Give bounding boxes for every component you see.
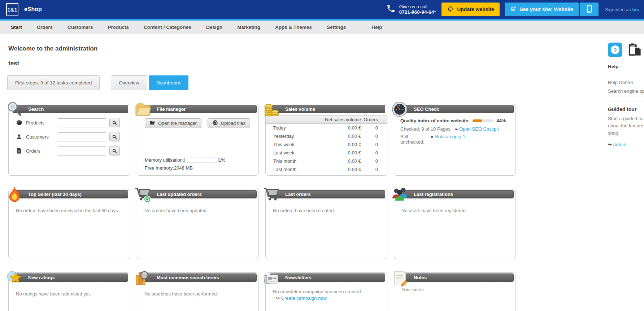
page-title-shop-name: test bbox=[8, 60, 516, 67]
widget-header: File manager bbox=[141, 105, 257, 113]
search-stats-icon bbox=[134, 270, 152, 286]
widget-last-registrations: Last registrations No users have been re… bbox=[394, 189, 516, 259]
nav-item-customers[interactable]: Customers bbox=[68, 25, 93, 30]
order-document-icon bbox=[16, 148, 23, 154]
main-nav: Start Orders Customers Products Content … bbox=[0, 21, 644, 34]
magnifier-3d-icon bbox=[6, 101, 23, 118]
tab-dashboard[interactable]: Dashboard bbox=[149, 75, 188, 90]
nav-item-help[interactable]: Help bbox=[371, 25, 382, 30]
table-row: Yesterday 0.00 € 0 bbox=[266, 132, 387, 140]
nav-item-orders[interactable]: Orders bbox=[37, 25, 53, 30]
widget-header: Notes bbox=[398, 273, 514, 282]
search-customers-label: Customers bbox=[26, 134, 58, 140]
signed-in-user-link[interactable]: tes bbox=[632, 7, 639, 12]
clipboard-copy-icon[interactable] bbox=[628, 43, 641, 59]
page-title: Welcome to the administration bbox=[8, 45, 516, 52]
empty-state-text: No searches have been performed. bbox=[144, 291, 253, 297]
nav-item-marketing[interactable]: Marketing bbox=[237, 25, 260, 30]
table-row: Today 0.00 € 0 bbox=[266, 124, 387, 132]
empty-state-text: No users have been registered. bbox=[401, 208, 510, 213]
widget-last-orders: Last orders No orders have been created. bbox=[265, 189, 387, 259]
help-title: Help bbox=[608, 64, 644, 69]
external-link-icon bbox=[510, 6, 516, 13]
nav-item-start[interactable]: Start bbox=[11, 25, 22, 30]
widget-header: Top Seller (last 30 days) bbox=[13, 190, 128, 198]
search-products-button[interactable] bbox=[109, 118, 120, 127]
sales-volume-table: Net sales volume Orders Today 0.00 € 0 Y… bbox=[266, 115, 387, 174]
open-file-manager-button[interactable]: Open file manager bbox=[145, 118, 201, 128]
newsletter-icon bbox=[263, 270, 280, 286]
star-icon bbox=[6, 270, 23, 286]
customer-person-icon bbox=[16, 133, 23, 140]
upload-files-button[interactable]: Upload files bbox=[208, 118, 250, 128]
widget-header: New ratings bbox=[13, 273, 128, 282]
empty-state-text: No ratings have been submitted yet. bbox=[16, 291, 124, 297]
folder-3d-icon bbox=[134, 101, 152, 118]
search-orders-button[interactable] bbox=[109, 146, 120, 156]
dashboard-grid: Search Products Customers bbox=[8, 104, 516, 311]
subcategory-link[interactable]: Subcategory 1 bbox=[431, 134, 465, 145]
app-name: eShop bbox=[24, 6, 42, 13]
checked-pages-label: Checked: 9 of 10 Pages bbox=[400, 126, 451, 132]
brand-logo: 1&1 bbox=[6, 3, 18, 16]
update-website-button[interactable]: Update website bbox=[441, 3, 500, 16]
view-tabs: First steps: 3 of 12 tasks completed Ove… bbox=[7, 75, 516, 90]
top-header-bar: 1&1 eShop Give us a call. 0721-960-94-64… bbox=[0, 0, 644, 21]
coins-3d-icon bbox=[263, 101, 280, 118]
phone-caption: Give us a call. bbox=[399, 4, 436, 9]
search-products-input[interactable] bbox=[58, 118, 106, 127]
memory-utilisation-bar bbox=[184, 158, 218, 162]
still-unchecked-label: Still unchecked: bbox=[400, 134, 431, 145]
widget-notes: Notes Your notes bbox=[394, 272, 516, 311]
free-memory-label: Free memory:2048 MB bbox=[145, 165, 253, 171]
widget-header: Newsletters bbox=[270, 273, 385, 282]
widget-header: Sales volume bbox=[270, 105, 385, 113]
search-orders-label: Orders bbox=[26, 148, 58, 154]
search-customers-input[interactable] bbox=[58, 132, 106, 141]
widget-search: Search Products Customers bbox=[8, 104, 130, 176]
quality-index-label: Quality index of entire website: bbox=[400, 118, 470, 123]
tab-overview[interactable]: Overview bbox=[111, 75, 147, 90]
table-row: This week 0.00 € 0 bbox=[266, 140, 387, 149]
divider bbox=[608, 101, 644, 101]
open-seo-cockpit-link[interactable]: Open SEO Cockpit bbox=[456, 126, 499, 132]
mobile-phone-icon bbox=[585, 4, 593, 15]
phone-contact: Give us a call. 0721-960-94-64* bbox=[386, 4, 436, 15]
memory-utilisation-percent: 1% bbox=[218, 157, 225, 163]
widget-search-terms: Most common search terms No searches hav… bbox=[137, 272, 259, 311]
phone-number: 0721-960-94-64* bbox=[399, 9, 436, 15]
search-customers-button[interactable] bbox=[109, 132, 120, 141]
see-your-site-button[interactable]: See your site: Website bbox=[505, 3, 579, 16]
people-group-icon bbox=[391, 186, 409, 203]
table-row: Last month 0.00 € 0 bbox=[266, 165, 387, 174]
tab-first-steps[interactable]: First steps: 3 of 12 tasks completed bbox=[7, 75, 100, 90]
guided-tour-text: Start a guided tou about the features sh… bbox=[608, 115, 644, 137]
phone-icon bbox=[386, 4, 396, 15]
widget-newsletters: Newsletters No newsletter campaign has b… bbox=[265, 272, 387, 311]
refresh-icon bbox=[447, 5, 454, 13]
empty-state-text: No orders have been received in the last… bbox=[16, 208, 124, 213]
notes-icon bbox=[391, 270, 409, 286]
nav-item-settings[interactable]: Settings bbox=[327, 25, 346, 30]
admin-link[interactable]: Admin bbox=[608, 142, 626, 147]
nav-item-products[interactable]: Products bbox=[108, 25, 129, 30]
widget-header: Most common search terms bbox=[141, 273, 257, 282]
help-centre-link[interactable]: Help Centre bbox=[608, 78, 644, 87]
table-row: Last week 0.00 € 0 bbox=[266, 149, 387, 157]
mobile-preview-button[interactable] bbox=[580, 3, 599, 16]
gauge-3d-icon bbox=[391, 101, 409, 118]
nav-item-apps-themes[interactable]: Apps & Themes bbox=[275, 25, 312, 30]
seo-help-link[interactable]: Search engine op bbox=[608, 87, 644, 96]
product-cube-icon bbox=[16, 119, 23, 126]
search-orders-input[interactable] bbox=[58, 146, 106, 156]
quality-index-percent: 44% bbox=[496, 118, 506, 123]
widget-header: Search bbox=[13, 105, 128, 113]
help-button[interactable]: ? bbox=[608, 43, 622, 57]
cart-refresh-icon bbox=[134, 186, 152, 203]
nav-item-design[interactable]: Design bbox=[206, 25, 222, 30]
create-campaign-link[interactable]: Create campaign now bbox=[276, 295, 327, 301]
column-orders: Orders bbox=[362, 116, 387, 124]
nav-item-content-categories[interactable]: Content / Categories bbox=[144, 25, 191, 30]
empty-state-text: No newsletter campaign has been created. bbox=[273, 289, 381, 294]
widget-sales-volume: Sales volume Net sales volume Orders Tod… bbox=[265, 104, 387, 176]
